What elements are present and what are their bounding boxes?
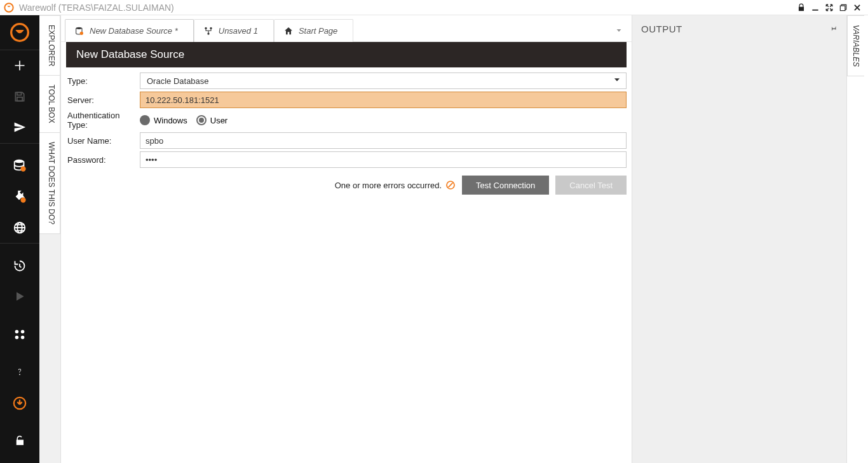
doc-tab-label: New Database Source *	[90, 26, 178, 36]
password-input[interactable]	[140, 151, 627, 168]
svg-point-7	[15, 160, 24, 163]
form-header: New Database Source	[66, 42, 627, 67]
server-input[interactable]	[140, 92, 627, 108]
database-button[interactable]	[0, 150, 39, 181]
close-button[interactable]	[850, 1, 864, 15]
doc-tab-label: Unsaved 1	[219, 26, 258, 36]
radio-icon	[140, 115, 150, 125]
type-value: Oracle Database	[147, 76, 209, 86]
scheduler-button[interactable]	[0, 251, 39, 282]
svg-rect-1	[812, 9, 818, 10]
svg-point-20	[210, 27, 212, 29]
home-icon	[283, 26, 294, 36]
server-label: Server:	[66, 95, 140, 105]
lock-icon[interactable]	[794, 1, 808, 15]
web-button[interactable]	[0, 212, 39, 243]
settings-button[interactable]	[0, 319, 39, 350]
doc-tab-new-db-source[interactable]: New Database Source *	[65, 19, 194, 42]
window-title: Warewolf (TERAS\FAIZAL.SULAIMAN)	[19, 3, 794, 13]
svg-point-9	[20, 197, 25, 202]
tab-overflow-button[interactable]	[610, 19, 628, 41]
unlock-button[interactable]	[0, 425, 39, 457]
auth-label: Authentication Type:	[66, 111, 140, 130]
workspace: New Database Source * Unsaved 1 Start Pa…	[61, 15, 632, 463]
doc-tab-start-page[interactable]: Start Page	[274, 19, 353, 42]
svg-rect-3	[840, 6, 845, 11]
doc-tab-label: Start Page	[299, 26, 337, 36]
test-connection-button[interactable]: Test Connection	[462, 176, 549, 195]
radio-icon	[196, 115, 207, 125]
chevron-down-icon	[613, 76, 621, 86]
left-icon-bar	[0, 15, 39, 463]
output-panel: OUTPUT	[632, 15, 846, 463]
username-label: User Name:	[66, 136, 140, 146]
restore-button[interactable]	[836, 1, 850, 15]
svg-point-17	[76, 27, 82, 29]
svg-point-19	[205, 27, 207, 29]
left-vertical-tabs: EXPLORER TOOL BOX WHAT DOES THIS DO?	[39, 15, 61, 463]
username-input[interactable]	[140, 132, 627, 149]
workflow-icon	[203, 26, 214, 36]
svg-point-14	[15, 336, 19, 340]
output-title: OUTPUT	[641, 24, 682, 34]
radio-label: Windows	[154, 116, 187, 125]
action-row: One or more errors occurred. Test Connec…	[61, 170, 632, 195]
save-button[interactable]	[0, 81, 39, 112]
toolbox-tab[interactable]: TOOL BOX	[39, 76, 60, 133]
password-label: Password:	[66, 155, 140, 165]
svg-point-0	[4, 3, 13, 11]
auth-windows-radio[interactable]: Windows	[140, 115, 187, 125]
app-logo-icon	[4, 3, 14, 13]
auth-user-radio[interactable]: User	[196, 115, 227, 125]
document-tab-bar: New Database Source * Unsaved 1 Start Pa…	[61, 15, 632, 42]
error-text: One or more errors occurred.	[335, 181, 442, 190]
error-message: One or more errors occurred.	[335, 180, 456, 190]
svg-rect-5	[17, 92, 22, 95]
minimize-button[interactable]	[808, 1, 822, 15]
what-does-this-do-tab[interactable]: WHAT DOES THIS DO?	[39, 133, 60, 234]
type-label: Type:	[66, 76, 140, 86]
form-body: Type: Oracle Database Server: Authentica…	[61, 67, 632, 170]
variables-tab[interactable]: VARIABLES	[847, 15, 864, 76]
svg-point-8	[20, 167, 25, 172]
svg-point-18	[80, 31, 83, 34]
right-vertical-tabs: VARIABLES	[846, 15, 868, 463]
help-button[interactable]	[0, 357, 39, 388]
svg-point-15	[21, 336, 25, 340]
deploy-button[interactable]	[0, 112, 39, 143]
plugin-button[interactable]	[0, 181, 39, 212]
svg-point-12	[15, 329, 19, 333]
type-select[interactable]: Oracle Database	[140, 73, 627, 89]
doc-tab-unsaved[interactable]: Unsaved 1	[194, 19, 274, 42]
cancel-test-button: Cancel Test	[555, 176, 627, 195]
warewolf-logo-icon	[0, 15, 39, 50]
explorer-tab[interactable]: EXPLORER	[39, 15, 60, 76]
download-button[interactable]	[0, 387, 39, 418]
database-icon	[74, 26, 85, 36]
radio-label: User	[210, 116, 227, 125]
error-icon	[445, 180, 456, 190]
title-bar: Warewolf (TERAS\FAIZAL.SULAIMAN)	[0, 0, 868, 15]
svg-rect-6	[17, 97, 22, 101]
svg-point-13	[21, 329, 25, 333]
pin-icon[interactable]	[829, 24, 837, 34]
maximize-button[interactable]	[822, 1, 836, 15]
svg-point-21	[207, 32, 209, 34]
run-button[interactable]	[0, 281, 39, 312]
new-button[interactable]	[0, 50, 39, 81]
